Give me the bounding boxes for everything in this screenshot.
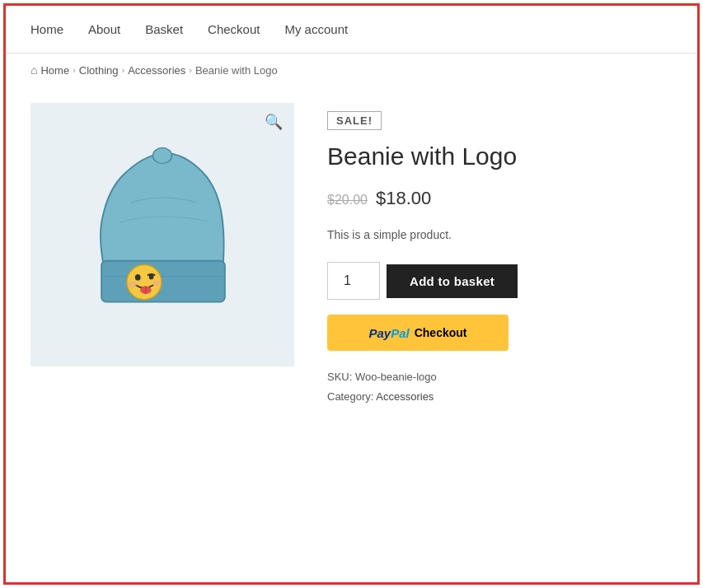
svg-point-4	[135, 274, 141, 281]
product-area: 🔍	[6, 86, 697, 431]
sku-row: SKU: Woo-beanie-logo	[327, 367, 673, 386]
breadcrumb-clothing[interactable]: Clothing	[79, 64, 119, 77]
svg-point-9	[152, 280, 161, 286]
breadcrumb-home[interactable]: Home	[40, 64, 69, 77]
product-meta: SKU: Woo-beanie-logo Category: Accessori…	[327, 367, 673, 406]
breadcrumb-accessories[interactable]: Accessories	[128, 64, 185, 77]
category-value[interactable]: Accessories	[376, 390, 434, 403]
category-label: Category:	[327, 390, 373, 403]
product-details: SALE! Beanie with Logo $20.00 $18.00 Thi…	[327, 103, 673, 406]
paypal-checkout-button[interactable]: PayPal Checkout	[327, 315, 509, 351]
add-to-basket-button[interactable]: Add to basket	[387, 264, 518, 298]
zoom-icon[interactable]: 🔍	[265, 113, 283, 131]
breadcrumb-sep-2: ›	[122, 65, 125, 75]
sale-badge: SALE!	[327, 111, 382, 130]
nav-basket[interactable]: Basket	[145, 22, 183, 36]
price-original: $20.00	[327, 193, 368, 208]
sku-value: Woo-beanie-logo	[355, 371, 437, 383]
breadcrumb-sep-3: ›	[189, 65, 192, 75]
navigation: Home About Basket Checkout My account	[6, 6, 697, 54]
paypal-checkout-text: Checkout	[415, 326, 467, 339]
nav-checkout[interactable]: Checkout	[208, 22, 260, 36]
nav-my-account[interactable]: My account	[284, 22, 348, 36]
category-row: Category: Accessories	[327, 387, 673, 406]
paypal-logo: PayPal	[368, 326, 409, 340]
quantity-input[interactable]	[327, 262, 380, 300]
nav-home[interactable]: Home	[30, 22, 63, 36]
breadcrumb-sep-1: ›	[73, 65, 76, 75]
svg-point-8	[128, 282, 138, 288]
product-image	[76, 136, 249, 334]
add-to-basket-row: Add to basket	[327, 262, 673, 300]
page-border: Home About Basket Checkout My account ⌂ …	[3, 3, 700, 585]
nav-about[interactable]: About	[88, 22, 120, 36]
product-image-container: 🔍	[30, 103, 294, 366]
svg-rect-0	[101, 261, 225, 302]
product-description: This is a simple product.	[327, 226, 673, 244]
breadcrumb-current: Beanie with Logo	[195, 64, 278, 77]
price-sale: $18.00	[376, 188, 431, 209]
price-container: $20.00 $18.00	[327, 188, 673, 209]
svg-point-2	[152, 147, 171, 163]
sku-label: SKU:	[327, 371, 352, 383]
home-icon: ⌂	[30, 63, 37, 77]
product-title: Beanie with Logo	[327, 142, 673, 171]
breadcrumb: ⌂ Home › Clothing › Accessories › Beanie…	[6, 54, 697, 86]
